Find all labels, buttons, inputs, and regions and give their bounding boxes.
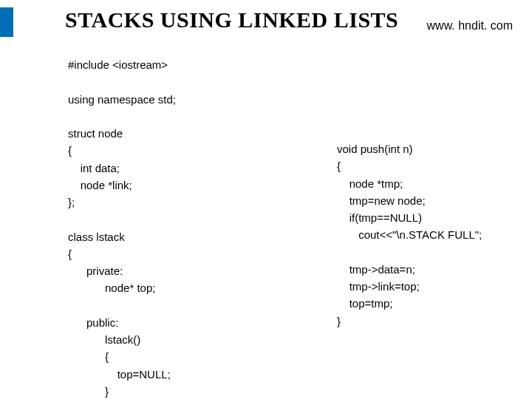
slide-title: STACKS USING LINKED LISTS — [65, 7, 398, 33]
code-block-left: #include <iostream> using namespace std;… — [68, 56, 176, 399]
slide-accent-bar — [0, 7, 13, 37]
site-url: www. hndit. com — [427, 19, 513, 33]
code-block-right: void push(int n) { node *tmp; tmp=new no… — [337, 140, 482, 330]
